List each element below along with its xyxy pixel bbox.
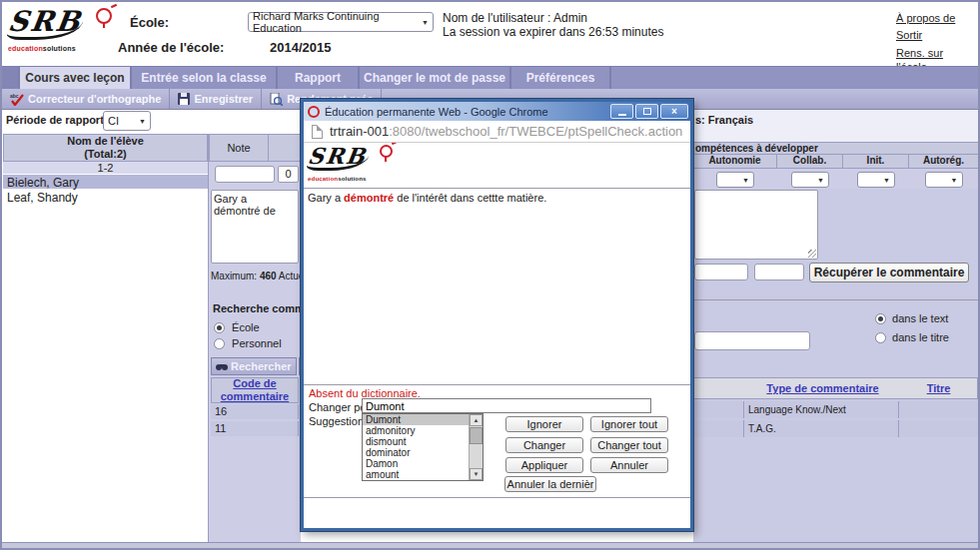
tab-rapport[interactable]: Rapport — [278, 67, 360, 89]
autoreg-select[interactable]: ▼ — [925, 172, 963, 188]
comment-type-table: Type de commentaire Titre Language Know.… — [693, 377, 978, 437]
search-button[interactable]: Rechercher — [211, 357, 297, 375]
suggestion-item[interactable]: amount — [363, 469, 469, 480]
logout-link[interactable]: Sortir — [896, 29, 974, 41]
srb-logo: SRB educationsolutions — [8, 8, 112, 52]
suggestions-scrollbar[interactable]: ▲ ▼ — [469, 414, 483, 480]
tab-entree-selon-la-classe[interactable]: Entrée selon la classe — [132, 67, 278, 89]
close-button[interactable]: × — [660, 104, 688, 119]
change-button[interactable]: Changer — [505, 437, 583, 453]
popup-url: trtrain-001:8080/twebschool_fr/TWEBCE/pt… — [330, 124, 682, 139]
student-list-panel: Nom de l'élève (Total:2) 1-2 Bielech, Ga… — [3, 134, 209, 542]
collab-select[interactable]: ▼ — [791, 172, 829, 188]
srb-logo-text: SRB — [6, 8, 86, 40]
tab-preferences[interactable]: Préférences — [511, 67, 611, 89]
app-window: SRB educationsolutions École: Richard Ma… — [0, 0, 980, 550]
divider — [304, 384, 690, 385]
school-label: École: — [130, 15, 169, 30]
suggestion-item-selected[interactable]: Dumont — [363, 414, 469, 425]
retrieve-comment-button[interactable]: Récupérer le commentaire — [809, 263, 969, 282]
year-label: Année de l'école: — [118, 40, 224, 55]
student-list-header: Nom de l'élève (Total:2) — [3, 134, 208, 162]
report-period-label: Période de rapport: — [6, 114, 107, 126]
chevron-down-icon: ▼ — [817, 177, 824, 184]
suggestion-item[interactable]: admonitory — [363, 425, 469, 436]
code-row[interactable]: 11 — [211, 421, 299, 436]
code-row[interactable]: 16 — [211, 404, 299, 419]
minimize-icon — [618, 114, 626, 116]
radio-school-icon — [214, 322, 225, 333]
tab-spacer — [2, 67, 20, 89]
resize-handle-icon[interactable] — [808, 250, 816, 258]
radio-in-text[interactable]: dans le text — [875, 312, 948, 324]
main-tab-bar: Cours avec leçon Entrée selon la classe … — [2, 66, 978, 89]
student-range-row: 1-2 — [3, 162, 208, 175]
session-expiry-line: La session va expirer dans 26:53 minutes — [443, 25, 663, 39]
spellcheck-button[interactable]: abc Correcteur d'orthographe — [2, 89, 170, 109]
popup-title-bar[interactable]: Éducation permanente Web - Google Chrome… — [304, 102, 690, 121]
report-period-value: CI — [108, 115, 119, 127]
report-preview-icon — [270, 93, 283, 106]
undo-last-button[interactable]: Annuler la dernièr — [504, 476, 596, 492]
spellcheck-icon: abc — [10, 93, 24, 106]
type-de-commentaire-link[interactable]: Type de commentaire — [766, 382, 878, 394]
maximize-button[interactable] — [635, 104, 658, 119]
code-column-header-link[interactable]: Code de commentaire — [212, 377, 298, 403]
radio-personal[interactable]: Personnel — [214, 337, 282, 349]
about-link[interactable]: À propos de — [896, 12, 974, 24]
comment-code-input[interactable] — [694, 264, 748, 280]
spellcheck-popup-window: Éducation permanente Web - Google Chrome… — [301, 99, 693, 531]
save-button[interactable]: Enregistrer — [170, 89, 262, 109]
ignore-all-button[interactable]: Ignorer tout — [590, 416, 668, 432]
tab-changer-le-mot-de-passe[interactable]: Changer le mot de passe — [360, 67, 511, 89]
suggestion-item[interactable]: dominator — [363, 447, 469, 458]
suggestions-listbox[interactable]: Dumont admonitory dismount dominator Dam… — [362, 413, 484, 481]
student-row-selected[interactable]: Bielech, Gary — [3, 175, 208, 190]
col-autonomie: Autonomie — [693, 155, 777, 168]
sentence-preview: Gary a démontré de l'intérêt dans cettte… — [308, 192, 546, 204]
radio-in-text-icon — [875, 313, 886, 324]
lightbulb-icon — [96, 8, 112, 24]
student-row[interactable]: Leaf, Shandy — [3, 190, 208, 205]
scroll-down-button[interactable]: ▼ — [470, 468, 483, 480]
chevron-down-icon: ▼ — [742, 177, 749, 184]
titre-link[interactable]: Titre — [927, 382, 951, 394]
scroll-up-button[interactable]: ▲ — [470, 414, 483, 426]
suggestion-item[interactable]: Damon — [363, 458, 469, 469]
skills-selects-row: ▼ ▼ ▼ ▼ — [693, 169, 978, 189]
binoculars-icon — [216, 362, 228, 371]
init-select[interactable]: ▼ — [857, 172, 895, 188]
radio-in-title[interactable]: dans le titre — [875, 331, 949, 343]
minimize-button[interactable] — [610, 104, 633, 119]
school-select-value: Richard Marks Continuing Education — [253, 10, 418, 34]
tab-cours-avec-lecon[interactable]: Cours avec leçon — [20, 67, 132, 89]
search-text-input[interactable] — [694, 331, 810, 350]
cancel-button[interactable]: Annuler — [590, 457, 668, 473]
bottom-strip — [2, 542, 978, 548]
radio-in-title-icon — [875, 332, 886, 343]
change-all-button[interactable]: Changer tout — [590, 437, 668, 453]
comment-type-row[interactable]: T.A.G. — [693, 420, 978, 437]
report-period-select[interactable]: CI ▼ — [103, 111, 151, 131]
school-select[interactable]: Richard Marks Continuing Education ▼ — [248, 12, 434, 32]
user-name-line: Nom de l'utilisateur : Admin — [443, 11, 587, 25]
note-input[interactable] — [215, 166, 275, 183]
comment-max-line: Maximum: 460 Actuel: — [211, 271, 309, 281]
comment-code-input-2[interactable] — [754, 264, 804, 280]
comment-type-row[interactable]: Language Know./Next — [693, 401, 978, 418]
autonomie-select[interactable]: ▼ — [716, 172, 754, 188]
ignore-button[interactable]: Ignorer — [505, 416, 583, 432]
comment-textarea[interactable]: Gary a démontré de — [211, 190, 299, 264]
save-icon — [178, 93, 190, 105]
scrollbar-thumb[interactable] — [470, 427, 483, 444]
skills-comment-textarea[interactable] — [694, 190, 818, 260]
srb-logo-caption: educationsolutions — [8, 45, 112, 52]
course-title-fragment: s: Français — [695, 114, 753, 126]
radio-school[interactable]: École — [214, 321, 260, 333]
change-to-input[interactable] — [362, 398, 651, 413]
popup-url-bar[interactable]: trtrain-001:8080/twebschool_fr/TWEBCE/pt… — [304, 121, 690, 143]
suggestion-item[interactable]: dismount — [363, 436, 469, 447]
apply-button[interactable]: Appliquer — [505, 457, 583, 473]
course-strip: s: Français — [693, 110, 978, 142]
skills-section-header: ompétences à développer — [693, 142, 978, 154]
